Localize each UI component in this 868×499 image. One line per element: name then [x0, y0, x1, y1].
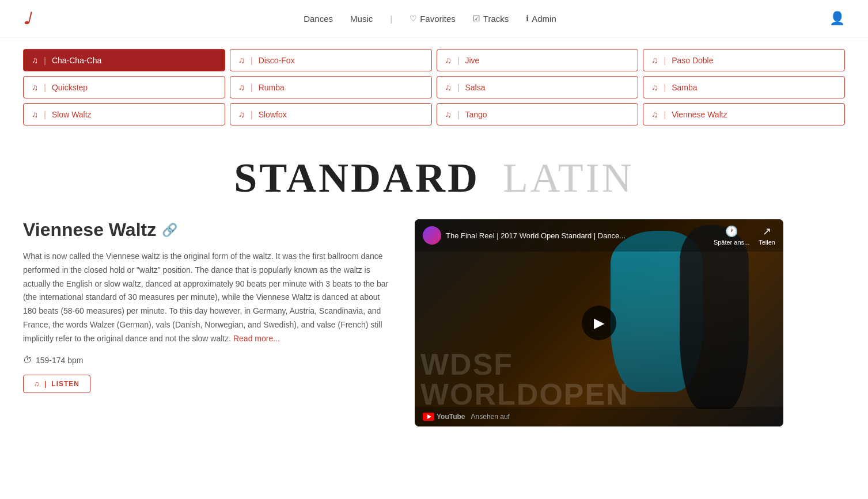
tracks-label: Tracks	[483, 14, 509, 24]
music-label: Music	[350, 14, 373, 24]
note-icon: ♫	[238, 82, 245, 92]
bpm-icon: ⏱	[23, 355, 32, 365]
share-button[interactable]: ↗ Teilen	[759, 225, 775, 246]
listen-note-icon: ♫	[34, 380, 40, 388]
note-icon: ♫	[651, 109, 658, 119]
dancer-dark-shape	[680, 225, 749, 409]
channel-avatar	[423, 226, 441, 245]
note-icon: ♫	[238, 55, 245, 65]
dance-card-jive[interactable]: ♫ | Jive	[437, 49, 639, 71]
video-top-bar: The Final Reel | 2017 World Open Standar…	[415, 219, 783, 252]
latin-heading: Latin	[503, 154, 634, 202]
standard-heading: Standard	[234, 154, 480, 202]
note-icon: ♫	[32, 109, 38, 119]
dance-label: Cha-Cha-Cha	[52, 56, 101, 65]
dance-title-row: Viennese Waltz 🔗	[23, 219, 392, 241]
dances-label: Dances	[304, 14, 333, 24]
play-icon: ▶	[594, 315, 604, 331]
logo[interactable]: ♩	[23, 9, 31, 28]
dance-label: Disco-Fox	[259, 56, 295, 65]
note-icon: ♫	[445, 55, 452, 65]
watch-later-button[interactable]: 🕐 Später ans...	[714, 225, 749, 246]
dance-label: Slow Waltz	[52, 110, 92, 119]
dance-card-tango[interactable]: ♫ | Tango	[437, 103, 639, 125]
dance-label: Salsa	[465, 83, 485, 92]
nav-favorites[interactable]: ♡ Favorites	[410, 14, 456, 24]
video-bottom-bar: YouTube Ansehen auf	[415, 407, 783, 426]
note-icon: ♫	[445, 109, 452, 119]
dance-card-disco-fox[interactable]: ♫ | Disco-Fox	[230, 49, 432, 71]
listen-label: LISTEN	[51, 380, 79, 388]
listen-divider: |	[44, 380, 47, 388]
dance-label: Slowfox	[259, 110, 287, 119]
user-icon[interactable]: 👤	[829, 11, 845, 26]
note-icon: ♫	[32, 55, 38, 65]
favorites-label: Favorites	[420, 14, 456, 24]
note-icon: ♫	[651, 82, 658, 92]
nav-music[interactable]: Music	[350, 14, 373, 24]
youtube-logo: YouTube	[423, 413, 465, 421]
style-heading: Standard Latin	[0, 137, 868, 214]
dance-card-paso-doble[interactable]: ♫ | Paso Doble	[643, 49, 845, 71]
share-label: Teilen	[759, 239, 775, 246]
note-icon: ♫	[445, 82, 452, 92]
nav-links: Dances Music | ♡ Favorites ☑ Tracks ℹ Ad…	[304, 14, 556, 24]
nav-dances[interactable]: Dances	[304, 14, 333, 24]
note-icon: ♫	[651, 55, 658, 65]
dance-card-slowfox[interactable]: ♫ | Slowfox	[230, 103, 432, 125]
heart-icon: ♡	[410, 14, 417, 23]
nav-admin[interactable]: ℹ Admin	[526, 14, 556, 24]
note-icon: ♫	[238, 109, 245, 119]
dance-label: Paso Doble	[672, 56, 713, 65]
nav-separator: |	[390, 14, 392, 24]
dance-card-cha-cha-cha[interactable]: ♫ | Cha-Cha-Cha	[23, 49, 225, 71]
navbar: ♩ Dances Music | ♡ Favorites ☑ Tracks ℹ …	[0, 0, 868, 37]
dance-label: Rumba	[259, 83, 285, 92]
dance-card-salsa[interactable]: ♫ | Salsa	[437, 76, 639, 98]
dance-label: Samba	[672, 83, 697, 92]
admin-label: Admin	[532, 14, 556, 24]
video-player[interactable]: WDSFWorldOpen The Final Reel | 2017 Worl…	[415, 219, 783, 426]
bpm-info: ⏱ 159-174 bpm	[23, 355, 392, 365]
dance-description: What is now called the Viennese waltz is…	[23, 250, 392, 346]
video-thumbnail: WDSFWorldOpen The Final Reel | 2017 Worl…	[415, 219, 783, 426]
watch-on-label: Ansehen auf	[471, 413, 510, 421]
note-icon: ♫	[32, 82, 38, 92]
bpm-value: 159-174 bpm	[36, 356, 84, 365]
dance-card-slow-waltz[interactable]: ♫ | Slow Waltz	[23, 103, 225, 125]
tracks-icon: ☑	[473, 14, 480, 23]
video-channel: The Final Reel | 2017 World Open Standar…	[423, 226, 626, 245]
video-action-buttons: 🕐 Später ans... ↗ Teilen	[714, 225, 775, 246]
watch-later-icon: 🕐	[725, 225, 738, 238]
dance-label: Viennese Waltz	[672, 110, 727, 119]
dance-info: Viennese Waltz 🔗 What is now called the …	[23, 219, 392, 393]
share-icon: ↗	[763, 225, 771, 238]
dance-grid: ♫ | Cha-Cha-Cha ♫ | Disco-Fox ♫ | Jive ♫…	[0, 37, 868, 137]
description-text: What is now called the Viennese waltz is…	[23, 252, 388, 343]
listen-button[interactable]: ♫ | LISTEN	[23, 375, 90, 393]
dance-card-rumba[interactable]: ♫ | Rumba	[230, 76, 432, 98]
dance-name: Viennese Waltz	[23, 219, 156, 241]
dance-card-viennese-waltz[interactable]: ♫ | Viennese Waltz	[643, 103, 845, 125]
watch-later-label: Später ans...	[714, 239, 749, 246]
dance-label: Quickstep	[52, 83, 88, 92]
content-area: Viennese Waltz 🔗 What is now called the …	[0, 214, 868, 450]
dance-label: Tango	[465, 110, 487, 119]
info-icon: ℹ	[526, 14, 529, 23]
dance-card-samba[interactable]: ♫ | Samba	[643, 76, 845, 98]
dance-card-quickstep[interactable]: ♫ | Quickstep	[23, 76, 225, 98]
read-more-link[interactable]: Read more...	[233, 334, 280, 343]
video-title: The Final Reel | 2017 World Open Standar…	[446, 231, 626, 240]
play-button[interactable]: ▶	[582, 306, 616, 340]
link-icon[interactable]: 🔗	[162, 223, 177, 238]
dance-label: Jive	[465, 56, 479, 65]
nav-tracks[interactable]: ☑ Tracks	[473, 14, 509, 24]
